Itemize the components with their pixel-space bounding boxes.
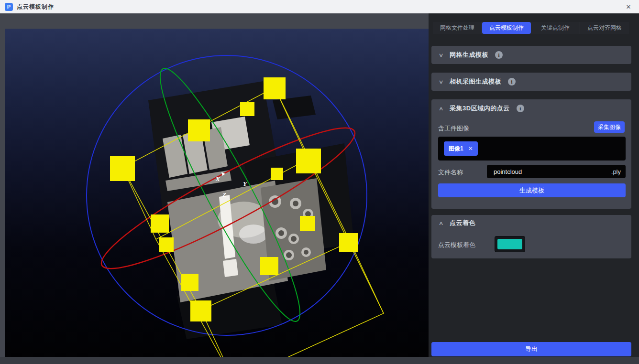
chevron-up-icon[interactable]: ∧ <box>438 221 443 226</box>
generate-template-button[interactable]: 生成模板 <box>438 183 626 197</box>
viewport-frame: X Y Z <box>0 13 429 357</box>
window-bottom-edge <box>0 357 639 364</box>
section-title: 网格生成模板 <box>450 51 488 59</box>
section-camera-template[interactable]: ∨ 相机采图生成模板 i <box>431 73 631 91</box>
export-button[interactable]: 导出 <box>431 342 631 356</box>
workpiece-image-label: 含工件图像 <box>438 124 469 133</box>
3d-viewport[interactable]: X Y Z <box>5 29 429 364</box>
info-icon[interactable]: i <box>517 105 524 112</box>
pointcloud-scene: X Y Z <box>5 29 429 364</box>
section-title: 点云着色 <box>450 219 475 227</box>
chevron-down-icon[interactable]: ∨ <box>438 53 443 58</box>
side-panel: 网格文件处理 点云模板制作 关键点制作 点云对齐网格 ∨ 网格生成模板 i ∨ … <box>429 13 639 357</box>
tab-bar: 网格文件处理 点云模板制作 关键点制作 点云对齐网格 <box>433 22 629 34</box>
filename-input[interactable]: pointcloud .ply <box>487 165 626 178</box>
section-collect-region: ∧ 采集3D区域内的点云 i 含工件图像 采集图像 图像1 ✕ 文件名称 poi… <box>431 99 631 209</box>
info-icon[interactable]: i <box>495 51 503 59</box>
axis-z-label: Z <box>222 191 226 198</box>
axis-x-label: X <box>215 175 220 182</box>
section-title: 采集3D区域内的点云 <box>450 104 510 113</box>
window-title: 点云模板制作 <box>17 3 54 11</box>
remove-image-icon[interactable]: ✕ <box>468 145 473 152</box>
section-coloring: ∧ 点云着色 点云模板着色 <box>431 215 631 258</box>
section-mesh-template[interactable]: ∨ 网格生成模板 i <box>431 46 631 64</box>
info-icon[interactable]: i <box>508 78 516 86</box>
color-swatch[interactable] <box>497 239 522 249</box>
tab-mesh-file-processing[interactable]: 网格文件处理 <box>433 22 482 34</box>
filename-label: 文件名称 <box>438 168 463 177</box>
chevron-down-icon[interactable]: ∨ <box>438 79 443 85</box>
tab-keypoint[interactable]: 关键点制作 <box>531 22 580 34</box>
tab-pointcloud-align-mesh[interactable]: 点云对齐网格 <box>580 22 629 34</box>
pointcloud-object <box>148 81 354 339</box>
filename-extension: .ply <box>611 168 626 175</box>
image-tag[interactable]: 图像1 ✕ <box>444 141 478 156</box>
image-tag-label: 图像1 <box>449 145 463 153</box>
image-list[interactable]: 图像1 ✕ <box>438 137 626 161</box>
capture-image-button[interactable]: 采集图像 <box>594 121 625 133</box>
app-window: P 点云模板制作 ✕ <box>0 0 639 364</box>
color-picker[interactable] <box>495 236 525 252</box>
tab-pointcloud-template[interactable]: 点云模板制作 <box>482 22 531 34</box>
template-color-label: 点云模板着色 <box>438 241 475 249</box>
section-title: 相机采图生成模板 <box>450 77 501 86</box>
app-icon: P <box>5 3 13 11</box>
close-icon[interactable]: ✕ <box>623 3 634 11</box>
filename-value: pointcloud <box>487 168 611 175</box>
axis-y-label: Y <box>243 180 247 187</box>
chevron-up-icon[interactable]: ∧ <box>438 106 443 111</box>
title-bar: P 点云模板制作 ✕ <box>0 0 639 13</box>
